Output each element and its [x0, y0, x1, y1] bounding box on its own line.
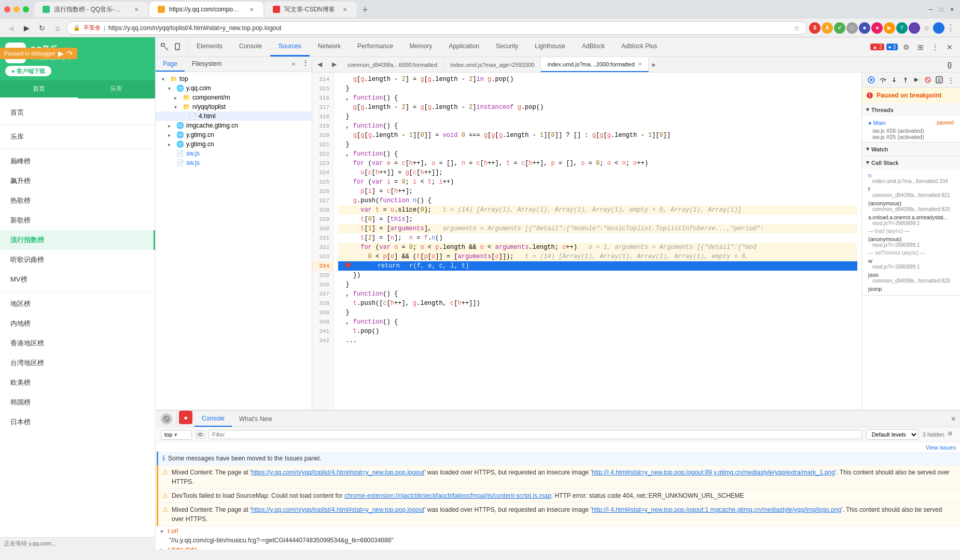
- view-issues-link[interactable]: View issues: [157, 443, 960, 452]
- sidebar-item-rising[interactable]: 飙升榜: [0, 171, 155, 191]
- adblock-icon[interactable]: S: [809, 22, 820, 34]
- devtools-tab-adblock-plus[interactable]: Adblock Plus: [613, 37, 665, 57]
- sidebar-item-library[interactable]: 乐库: [0, 127, 155, 147]
- devtools-tab-console[interactable]: Console: [231, 37, 270, 57]
- dock-icon[interactable]: ⊞: [914, 41, 927, 53]
- tree-item-top[interactable]: ▾ 📁 top: [156, 74, 312, 83]
- devtools-tab-performance[interactable]: Performance: [349, 37, 401, 57]
- overflow-icon[interactable]: ⋮: [929, 41, 941, 53]
- warn3-link2[interactable]: http://i 4.html#stat=y_new.top.pop.logou…: [592, 506, 841, 513]
- file-tree-more-icon[interactable]: »: [287, 57, 299, 72]
- devtools-tab-security[interactable]: Security: [488, 37, 526, 57]
- home-button[interactable]: ⌂: [51, 21, 64, 35]
- step-out-btn[interactable]: [900, 74, 911, 86]
- devtools-tab-application[interactable]: Application: [440, 37, 488, 57]
- inspect-icon[interactable]: [159, 41, 171, 53]
- editor-tab-index-umd[interactable]: index.umd.js?max_age=2592000: [444, 57, 541, 72]
- call-stack-json[interactable]: json common_d9439fa...formatted:820: [866, 271, 956, 285]
- console-tab-whatsnew[interactable]: What's New: [232, 411, 280, 427]
- extension-icon-6[interactable]: Y: [896, 22, 908, 34]
- qqmusic-download-btn[interactable]: ● 客户端下载: [5, 67, 150, 75]
- tree-item-component[interactable]: ▸ 📁 component/m: [156, 93, 312, 102]
- devtools-close-icon[interactable]: ✕: [943, 41, 956, 53]
- console-top-selector[interactable]: top ▾: [161, 430, 192, 440]
- extension-icon-1[interactable]: ✔: [834, 22, 845, 34]
- console-tab-console[interactable]: Console: [194, 411, 232, 427]
- extensions-more[interactable]: ☆: [921, 24, 932, 32]
- sidebar-item-top[interactable]: 巅峰榜: [0, 151, 155, 171]
- adblock-plus-icon[interactable]: A: [822, 22, 833, 34]
- sidebar-item-popular[interactable]: 流行指数榜: [0, 230, 155, 250]
- extension-icon-3[interactable]: ♣: [859, 22, 870, 34]
- qqmusic-tab-service[interactable]: 乐库: [78, 80, 156, 99]
- tree-item-toplist[interactable]: ▾ 📁 n/yqq/toplist: [156, 102, 312, 111]
- step-over-btn[interactable]: [878, 74, 888, 86]
- devtools-tab-adblock[interactable]: AdBlock: [574, 37, 613, 57]
- tab-close-1[interactable]: ✕: [133, 6, 140, 13]
- sidebar-item-tw[interactable]: 台湾地区榜: [0, 353, 155, 373]
- call-stack-header[interactable]: ▾ Call Stack: [862, 156, 960, 169]
- eye-icon[interactable]: [196, 430, 204, 439]
- tree-item-ygtimg1[interactable]: ▸ 🌐 y.gtimg.cn: [156, 130, 312, 139]
- call-stack-f[interactable]: f common_d9439fa...formatted:821: [866, 185, 956, 199]
- sidebar-item-hk[interactable]: 香港地区榜: [0, 333, 155, 353]
- devtools-tab-sources[interactable]: Sources: [270, 37, 310, 57]
- warn1-link2[interactable]: http://i 4.html#stat=y_new.top.pop.logou…: [592, 469, 835, 476]
- extension-icon-7[interactable]: 🎵: [909, 22, 920, 34]
- breakpoints-btn[interactable]: [934, 74, 944, 86]
- thread-main[interactable]: ● Main paused: [866, 118, 956, 128]
- expandable-rurl[interactable]: ▸ r.url: [157, 526, 960, 536]
- file-tree-overflow-icon[interactable]: ⋮: [299, 57, 312, 72]
- tab-close-2[interactable]: ✕: [248, 6, 255, 13]
- devtools-tab-lighthouse[interactable]: Lighthouse: [526, 37, 574, 57]
- devtools-tab-memory[interactable]: Memory: [401, 37, 440, 57]
- devtools-tab-elements[interactable]: Elements: [188, 37, 231, 57]
- call-stack-onload[interactable]: a.onload.a.onerror.a.onreadystat... mod.…: [866, 213, 956, 227]
- editor-nav-forward[interactable]: ▶: [327, 57, 341, 72]
- call-stack-jsonp[interactable]: jsonp: [866, 285, 956, 293]
- browser-tab-2[interactable]: https://y.qq.com/component/m… ✕: [149, 2, 263, 17]
- call-stack-n[interactable]: n index.umd.js?ma...formatted:334: [866, 171, 956, 185]
- warn3-link1[interactable]: https://y.qq.com/n/yqq/toplist/4.html#st…: [252, 506, 425, 513]
- more-debug-btn[interactable]: ⋮: [945, 74, 956, 86]
- tree-item-swjs1[interactable]: 📄 sw.js: [156, 149, 312, 158]
- user-avatar[interactable]: 👤: [933, 22, 944, 34]
- back-button[interactable]: ◀: [4, 21, 18, 35]
- qqmusic-tab-home[interactable]: 首页: [0, 80, 78, 99]
- pretty-print-icon[interactable]: {}: [943, 59, 956, 71]
- step-over-icon[interactable]: ↷: [67, 49, 73, 58]
- deactivate-btn[interactable]: [923, 74, 933, 86]
- new-tab-button[interactable]: +: [358, 3, 372, 17]
- tree-item-imgcache[interactable]: ▸ 🌐 imgcache.gtimg.cn: [156, 121, 312, 130]
- step-btn[interactable]: [912, 74, 922, 86]
- editor-tab-close-icon[interactable]: ✕: [638, 61, 642, 67]
- editor-tab-index-formatted[interactable]: index.umd.js?ma…2000:formatted ✕: [541, 57, 648, 72]
- extension-icon-2[interactable]: ⬡: [846, 22, 858, 34]
- sidebar-item-korea[interactable]: 韩国榜: [0, 393, 155, 412]
- expandable-rdata[interactable]: ▸ r.data.data: [157, 545, 960, 550]
- forward-button[interactable]: ▶: [20, 21, 33, 35]
- watch-header[interactable]: ▾ Watch: [862, 143, 960, 156]
- console-level-select[interactable]: Default levels: [866, 429, 919, 440]
- device-icon[interactable]: [172, 41, 185, 53]
- bookmark-icon[interactable]: ☆: [794, 24, 800, 32]
- call-stack-anon1[interactable]: (anonymous) common_d9439fa...formatted:8…: [866, 199, 956, 213]
- settings-icon[interactable]: ⚙: [900, 41, 912, 53]
- address-box[interactable]: 🔒 不安全 | https://y.qq.com/n/yqq/toplist/4…: [66, 21, 807, 35]
- editor-tab-common[interactable]: common_d9439fa…6000:formatted: [341, 57, 444, 72]
- devtools-tab-network[interactable]: Network: [310, 37, 349, 57]
- warn1-link1[interactable]: https://y.qq.com/n/yqq/toplist/4.html#st…: [252, 469, 425, 476]
- browser-tab-1[interactable]: 流行指数榜 - QQ音乐-千万正版… ✕: [34, 2, 148, 17]
- tree-item-4html[interactable]: 📄 4.html: [156, 111, 312, 121]
- step-into-btn[interactable]: [889, 74, 899, 86]
- resume-icon[interactable]: ▶: [58, 49, 64, 58]
- clear-console-icon[interactable]: [161, 413, 172, 425]
- sidebar-item-mainland[interactable]: 内地榜: [0, 314, 155, 333]
- close-button[interactable]: ✕: [948, 5, 956, 13]
- sidebar-item-region[interactable]: 地区榜: [0, 294, 155, 314]
- file-tree-tab-page[interactable]: Page: [156, 57, 185, 72]
- warn2-link[interactable]: chrome-extension://ojaclcbknieckfapcbifa…: [344, 492, 551, 499]
- stop-recording-btn[interactable]: ■: [179, 411, 192, 424]
- sidebar-item-japan[interactable]: 日本榜: [0, 412, 155, 432]
- call-stack-anon2[interactable]: (anonymous) mod.js?r=2680899:1: [866, 235, 956, 249]
